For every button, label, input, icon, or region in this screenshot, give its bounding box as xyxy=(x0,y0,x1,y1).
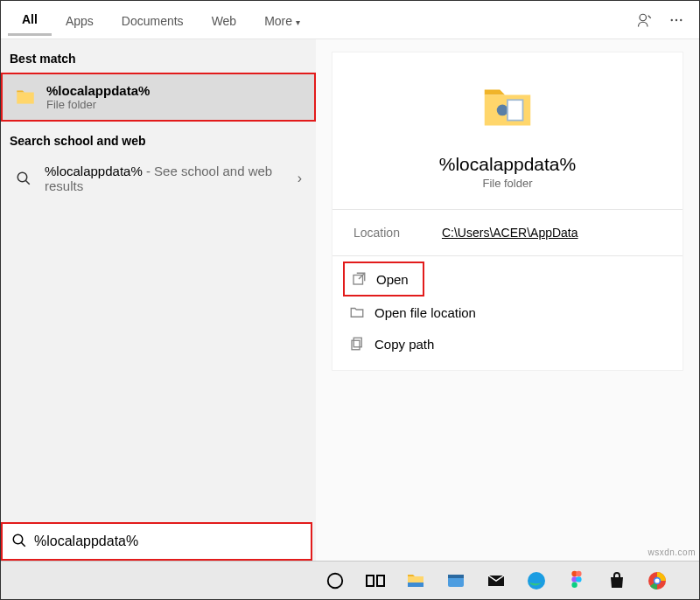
svg-line-7 xyxy=(21,542,25,547)
search-bar[interactable] xyxy=(1,522,312,561)
search-icon xyxy=(11,533,27,551)
svg-point-3 xyxy=(680,18,682,20)
svg-point-13 xyxy=(328,573,343,588)
svg-point-23 xyxy=(576,576,581,582)
svg-point-8 xyxy=(497,105,508,116)
preview-subtitle: File folder xyxy=(482,177,532,190)
more-options-icon[interactable] xyxy=(661,4,692,36)
chevron-down-icon: ▾ xyxy=(296,17,300,27)
taskbar-chrome-icon[interactable] xyxy=(645,569,669,593)
search-filter-tabs: All Apps Documents Web More▾ xyxy=(1,1,699,39)
folder-large-icon xyxy=(477,77,538,138)
svg-point-4 xyxy=(18,172,27,182)
svg-point-0 xyxy=(640,14,647,21)
tab-more[interactable]: More▾ xyxy=(250,5,314,35)
feedback-icon[interactable] xyxy=(629,4,661,36)
svg-rect-12 xyxy=(352,340,360,350)
action-copy-path[interactable]: Copy path xyxy=(343,328,672,359)
best-match-result[interactable]: %localappdata% File folder xyxy=(1,73,316,122)
action-open[interactable]: Open xyxy=(343,262,424,297)
chevron-right-icon[interactable]: › xyxy=(292,171,307,186)
watermark: wsxdn.com xyxy=(648,548,696,557)
copy-icon xyxy=(348,335,366,352)
preview-title: %localappdata% xyxy=(439,154,576,175)
taskbar-store-icon[interactable] xyxy=(605,569,629,593)
taskbar-explorer-icon[interactable] xyxy=(403,569,428,593)
svg-point-21 xyxy=(576,570,581,576)
svg-line-5 xyxy=(25,180,30,185)
action-open-location[interactable]: Open file location xyxy=(343,297,672,328)
svg-point-2 xyxy=(676,18,677,20)
svg-rect-15 xyxy=(377,576,384,586)
svg-point-1 xyxy=(671,18,673,20)
svg-rect-9 xyxy=(508,100,523,120)
svg-rect-11 xyxy=(354,338,361,347)
taskbar-edge-icon[interactable] xyxy=(524,569,549,593)
taskbar-taskview-icon[interactable] xyxy=(363,569,388,593)
location-path[interactable]: C:\Users\ACER\AppData xyxy=(442,226,578,240)
folder-icon xyxy=(13,85,38,109)
svg-point-19 xyxy=(528,572,545,590)
results-pane: Best match %localappdata% File folder Se… xyxy=(1,39,316,561)
preview-pane: %localappdata% File folder Location C:\U… xyxy=(316,39,699,561)
section-web: Search school and web xyxy=(1,122,316,155)
open-icon xyxy=(350,270,368,288)
taskbar-figma-icon[interactable] xyxy=(564,569,589,593)
web-search-result[interactable]: %localappdata% - See school and web resu… xyxy=(1,155,316,202)
search-icon xyxy=(11,166,36,191)
location-label: Location xyxy=(354,226,400,240)
tab-web[interactable]: Web xyxy=(198,5,251,35)
taskbar-app1-icon[interactable] xyxy=(444,569,468,593)
folder-outline-icon xyxy=(348,303,366,321)
svg-point-27 xyxy=(654,578,659,583)
svg-point-6 xyxy=(13,534,23,544)
search-input[interactable] xyxy=(34,534,302,549)
tab-documents[interactable]: Documents xyxy=(108,5,198,35)
taskbar-mail-icon[interactable] xyxy=(484,569,508,593)
taskbar-cortana-icon[interactable] xyxy=(323,569,347,593)
svg-point-24 xyxy=(571,582,577,587)
svg-rect-14 xyxy=(367,576,374,586)
result-subtitle: File folder xyxy=(46,98,305,111)
result-title: %localappdata% xyxy=(46,83,305,98)
tab-apps[interactable]: Apps xyxy=(52,5,108,35)
svg-rect-16 xyxy=(408,583,424,587)
section-best-match: Best match xyxy=(1,39,316,73)
taskbar xyxy=(1,561,699,599)
tab-all[interactable]: All xyxy=(8,3,52,36)
svg-rect-18 xyxy=(448,575,464,578)
